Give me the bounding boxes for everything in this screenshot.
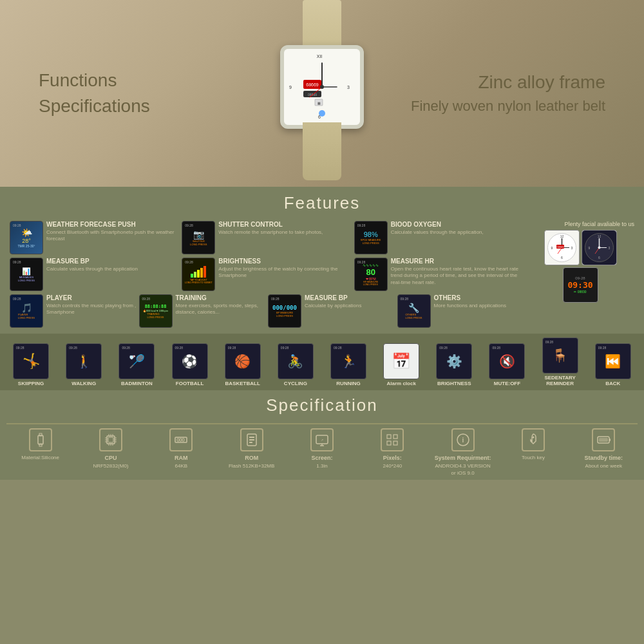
others-label: OTHERSLONG PRESS xyxy=(405,313,422,319)
spec-material: Material:Silicone xyxy=(10,428,71,461)
bp-text: MEASURE BP Calculate values through the … xyxy=(46,258,138,272)
cpu-icon-svg xyxy=(103,432,118,448)
hero-functions: Functions xyxy=(39,70,150,91)
sedentary-icon: 🪑 xyxy=(552,348,568,363)
screen-icon: ↗ xyxy=(310,428,334,451)
sport-running: 09:28 🏃 RUNNING xyxy=(323,343,374,386)
touch-icon-svg xyxy=(526,432,541,448)
cpu-icon xyxy=(99,428,122,451)
svg-rect-39 xyxy=(38,435,43,444)
right-panel: Plenty facial avaliable to us 12 3 6 9 xyxy=(526,221,634,330)
bp2-screen: 09:28 000/000 BP MEASURELONG PRESS xyxy=(268,294,301,328)
others-desc: More functions and applications xyxy=(434,303,507,309)
svg-text:12: 12 xyxy=(597,234,601,238)
sport-brightness-screen: 09:28 ⚙️ xyxy=(436,343,472,379)
back-label: BACK xyxy=(605,381,620,386)
sports-section: 09:28 🤸 SKIIPPING 09:28 🚶 WALKING 09:28 … xyxy=(0,334,644,390)
svg-point-15 xyxy=(320,85,324,89)
brightness-bars xyxy=(191,266,206,278)
oxygen-time: 09:28 xyxy=(357,223,366,227)
others-screen: 09:28 🔧 OTHERSLONG PRESS xyxy=(397,294,431,328)
feature-shutter: 09:28 📷 SHUTTERLONG PRESS SHUTTER CONTRO… xyxy=(182,221,351,254)
spec-rom: ROMFlash 512KB+32MB xyxy=(221,428,282,469)
weather-title: WEATHER FORECASE PUSH xyxy=(46,221,179,228)
svg-text:68669: 68669 xyxy=(306,82,319,87)
mute-label: MUTE:OFF xyxy=(494,381,520,386)
hr-label: HR MEASURELONG PRESS xyxy=(363,281,378,286)
oxygen-percent: 98% xyxy=(364,231,378,238)
spec-title: Specification xyxy=(6,395,638,415)
sport-walking: 09:28 🚶 WALKING xyxy=(59,343,109,386)
training-timer: 88:88:88 xyxy=(145,304,167,309)
sport-brightness: 09:28 ⚙️ BRIGHTNESS xyxy=(429,343,479,386)
touch-icon xyxy=(522,428,545,451)
svg-point-16 xyxy=(319,110,325,117)
sport-mute: 09:28 🔇 MUTE:OFF xyxy=(482,343,532,386)
sedentary-label: SEDENTARYREMINDER xyxy=(544,375,575,386)
weather-time: 09:28 xyxy=(13,223,21,227)
svg-rect-62 xyxy=(249,439,254,440)
shutter-desc: Watch remote the smartphone to take phot… xyxy=(218,229,323,236)
brightness-screen: 09:28 TAP TO ADJUSTLONG PRESS TO SUBMIT xyxy=(182,258,215,291)
bp-screen: 09:28 📊 MESSAGESLONG PRESS xyxy=(10,258,43,291)
shutter-title: SHUTTER CONTROL xyxy=(218,221,323,228)
svg-rect-77 xyxy=(599,438,608,442)
rom-text: ROMFlash 512KB+32MB xyxy=(229,454,274,469)
svg-point-74 xyxy=(532,437,534,439)
features-content-wrapper: 09:28 🌤️ 28° TMR 25-30° WEATHER FORECASE… xyxy=(10,221,634,330)
skipping-icon: 🤸 xyxy=(23,353,40,370)
svg-text:↗: ↗ xyxy=(321,438,323,442)
watch-strap-bottom xyxy=(303,122,341,180)
player-screen: 09:28 🎵 PLAYERLONG PRESS xyxy=(10,294,43,328)
walking-label: WALKING xyxy=(71,381,96,386)
features-row-3: 09:28 🎵 PLAYERLONG PRESS PLAYER Watch co… xyxy=(10,294,524,328)
svg-point-38 xyxy=(598,247,600,249)
basketball-label: BASKETBALL xyxy=(225,381,260,386)
bp-time: 09:28 xyxy=(13,260,21,264)
feature-others: 09:28 🔧 OTHERSLONG PRESS OTHERS More fun… xyxy=(397,294,524,328)
sport-badminton-screen: 09:28 🏸 xyxy=(118,343,155,379)
feature-hr: 09:28 ∿∿∿∿∿ 80 ❤ BPM HR MEASURELONG PRES… xyxy=(354,258,524,291)
weather-range: TMR 25-30° xyxy=(17,244,35,248)
system-icon: i xyxy=(451,428,475,451)
pixels-icon-svg xyxy=(384,432,400,448)
faces-title: Plenty facial avaliable to us xyxy=(526,221,634,227)
watch-strap-top xyxy=(303,0,341,52)
spec-system: i System Requirment:ANDROID4.3 VERSION o… xyxy=(432,428,493,477)
shutter-icon: 📷 xyxy=(193,229,204,240)
spec-cpu: CPUNRF52832(M0) xyxy=(80,428,141,469)
feature-player: 09:28 🎵 PLAYERLONG PRESS PLAYER Watch co… xyxy=(10,294,137,328)
watch-face-1: 12 3 6 9 68669 xyxy=(544,230,580,265)
rom-icon-svg xyxy=(244,432,260,448)
svg-text:9: 9 xyxy=(588,246,590,250)
system-text: System Requirment:ANDROID4.3 VERSION or … xyxy=(432,454,493,477)
svg-text:▦: ▦ xyxy=(317,101,321,105)
others-title: OTHERS xyxy=(434,294,507,301)
material-text: Material:Silicone xyxy=(21,454,59,461)
svg-text:6: 6 xyxy=(598,256,600,260)
alarm-label: Alarm clock xyxy=(386,381,415,386)
features-section: Features 09:28 🌤️ 28° TMR 25-30° WEATHER… xyxy=(0,187,644,334)
svg-text:12: 12 xyxy=(560,234,564,238)
touch-text: Touch key xyxy=(522,454,545,461)
features-row-2: 09:28 📊 MESSAGESLONG PRESS MEASURE BP Ca… xyxy=(10,258,524,291)
brightness-sport-label: BRIGHTNESS xyxy=(437,381,471,386)
cycling-label: CYCLING xyxy=(284,381,307,386)
basketball-icon: 🏀 xyxy=(234,354,251,369)
brightness-text: BRIGHTNESS Adjust the brightness of the … xyxy=(218,258,351,279)
bp-title: MEASURE BP xyxy=(46,258,138,265)
ram-icon xyxy=(169,428,193,451)
oxygen-desc: Calculate values through the application… xyxy=(391,229,484,236)
walking-icon: 🚶 xyxy=(76,354,92,369)
material-icon xyxy=(29,428,52,451)
oxygen-title: BIOOD OXYGEN xyxy=(391,221,484,228)
badminton-icon: 🏸 xyxy=(129,354,145,369)
digi-time: 09:30 xyxy=(567,280,592,290)
hr-screen: 09:28 ∿∿∿∿∿ 80 ❤ BPM HR MEASURELONG PRES… xyxy=(354,258,388,291)
spec-touch: Touch key xyxy=(502,428,564,461)
features-row-1: 09:28 🌤️ 28° TMR 25-30° WEATHER FORECASE… xyxy=(10,221,524,254)
watch-face: XII 3 6 9 68669 BPM 08869 ▦ xyxy=(280,45,364,129)
bp2-title: MEASURE BP xyxy=(305,294,362,301)
digi-steps: ✏ 08830 xyxy=(567,290,592,294)
pixels-icon xyxy=(381,428,404,451)
